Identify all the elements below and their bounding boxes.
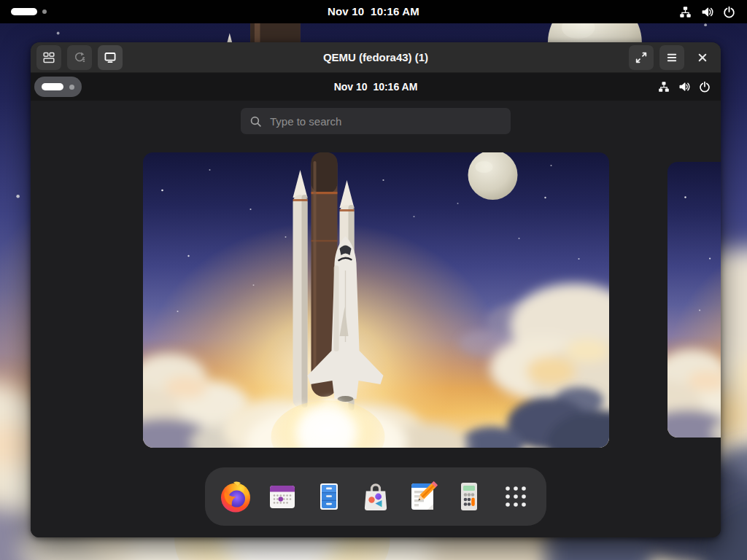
text-editor-icon <box>405 479 440 514</box>
vm-display-config-button[interactable] <box>36 45 61 70</box>
volume-icon <box>701 6 713 18</box>
dock-item-firefox[interactable] <box>218 479 253 514</box>
window-toolbar-right <box>629 45 715 70</box>
workspace-thumbnail-next[interactable] <box>667 162 721 438</box>
firefox-icon <box>218 479 253 514</box>
vm-clock[interactable]: Nov 10 10:16 AM <box>31 73 721 101</box>
dock-item-software[interactable] <box>358 479 393 514</box>
show-apps-button[interactable] <box>498 479 533 514</box>
window-title: QEMU (fedora43) (1) <box>31 51 721 63</box>
search-icon <box>249 115 262 128</box>
dock-item-files[interactable] <box>311 479 347 514</box>
close-button[interactable] <box>690 45 715 70</box>
menu-icon <box>665 51 678 64</box>
close-icon <box>696 51 709 64</box>
dock-item-calendar[interactable] <box>265 479 300 514</box>
vm-top-bar: Nov 10 10:16 AM <box>31 73 721 101</box>
workspace-wallpaper <box>143 152 609 448</box>
qemu-window: QEMU (fedora43) (1) <box>31 42 721 537</box>
window-toolbar-left <box>36 45 123 70</box>
search-bar <box>241 108 511 134</box>
usb-redirect-icon <box>73 51 86 64</box>
vm-clock-time: 10:16 AM <box>373 81 417 93</box>
host-clock[interactable]: Nov 10 10:16 AM <box>0 0 747 23</box>
fullscreen-button[interactable] <box>629 45 654 70</box>
host-clock-date: Nov 10 <box>328 5 364 18</box>
calculator-icon <box>452 479 487 514</box>
dock-item-calculator[interactable] <box>452 479 487 514</box>
software-icon <box>358 479 393 514</box>
vm-system-menu[interactable] <box>658 73 721 101</box>
vm-display[interactable]: Nov 10 10:16 AM <box>31 73 721 537</box>
search-input[interactable] <box>268 114 502 128</box>
power-icon <box>699 81 711 93</box>
workspace-wallpaper <box>667 162 721 438</box>
files-icon <box>311 479 347 514</box>
calendar-icon <box>265 479 300 514</box>
fullscreen-icon <box>635 51 648 64</box>
vm-display-config-icon <box>42 51 55 64</box>
power-icon <box>723 6 735 18</box>
usb-redirect-button[interactable] <box>67 45 92 70</box>
window-header-bar[interactable]: QEMU (fedora43) (1) <box>31 42 721 73</box>
host-system-menu[interactable] <box>679 0 747 23</box>
app-grid-icon <box>498 479 533 514</box>
network-wired-icon <box>679 6 692 18</box>
screen: { "host_bar": { "clock": {"date": "Nov 1… <box>0 0 747 560</box>
console-display-button[interactable] <box>98 45 123 70</box>
network-wired-icon <box>658 81 670 93</box>
console-display-icon <box>104 51 117 64</box>
dock-item-text-editor[interactable] <box>405 479 440 514</box>
menu-button[interactable] <box>659 45 684 70</box>
volume-icon <box>678 81 690 93</box>
vm-clock-date: Nov 10 <box>334 81 368 93</box>
host-top-bar: Nov 10 10:16 AM <box>0 0 747 23</box>
workspace-thumbnail-current[interactable] <box>143 152 609 448</box>
dash-dock <box>205 467 546 526</box>
host-clock-time: 10:16 AM <box>371 5 419 18</box>
